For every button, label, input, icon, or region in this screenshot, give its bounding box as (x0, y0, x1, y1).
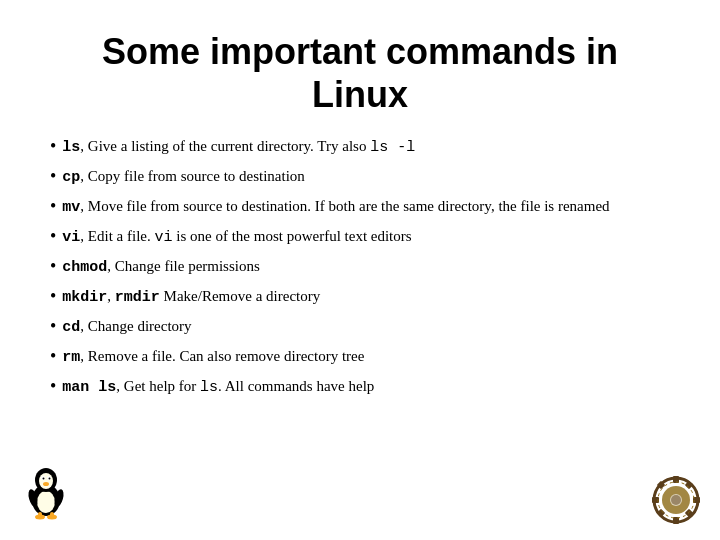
cmd-man: man ls (62, 379, 116, 396)
list-item-rm: rm, Remove a file. Can also remove direc… (50, 346, 670, 368)
cmd-rm: rm (62, 349, 80, 366)
cmd-ls: ls (62, 139, 80, 156)
cp-desc: Copy file from source to destination (88, 168, 305, 184)
list-item-cp: cp, Copy file from source to destination (50, 166, 670, 188)
man-code-extra: ls (200, 379, 218, 396)
ls-sep: , (80, 138, 88, 154)
man-desc-end: . All commands have help (218, 378, 374, 394)
svg-point-3 (39, 473, 53, 489)
list-item-vi: vi, Edit a file. vi is one of the most p… (50, 226, 670, 248)
ls-code-extra: ls -l (370, 139, 415, 156)
title-line1: Some important commands in (102, 31, 618, 72)
svg-rect-12 (50, 512, 54, 518)
gear-logo (650, 474, 702, 526)
cp-sep: , (80, 168, 88, 184)
svg-point-1 (37, 491, 55, 513)
cd-desc: Change directory (88, 318, 192, 334)
ls-desc: Give a listing of the current directory.… (88, 138, 370, 154)
cmd-chmod: chmod (62, 259, 107, 276)
chmod-desc: Change file permissions (115, 258, 260, 274)
mv-desc: Move file from source to destination. If… (88, 198, 610, 214)
bullet-list: ls, Give a listing of the current direct… (50, 136, 670, 398)
rm-sep: , (80, 348, 88, 364)
cmd-mv: mv (62, 199, 80, 216)
list-item-ls: ls, Give a listing of the current direct… (50, 136, 670, 158)
rm-desc: Remove a file. Can also remove directory… (88, 348, 365, 364)
cd-sep: , (80, 318, 88, 334)
svg-point-8 (43, 482, 49, 486)
vi-code-mid: vi (154, 229, 172, 246)
vi-desc-pre: Edit a file. (88, 228, 155, 244)
cmd-mkdir: mkdir (62, 289, 107, 306)
svg-point-26 (671, 495, 681, 505)
man-desc-pre: Get help for (124, 378, 200, 394)
cmd-rmdir: rmdir (115, 289, 160, 306)
list-item-cd: cd, Change directory (50, 316, 670, 338)
mv-sep: , (80, 198, 88, 214)
cmd-vi: vi (62, 229, 80, 246)
svg-rect-11 (38, 512, 42, 518)
slide-title: Some important commands in Linux (50, 30, 670, 116)
svg-point-6 (43, 478, 45, 480)
title-line2: Linux (312, 74, 408, 115)
cmd-cd: cd (62, 319, 80, 336)
svg-point-7 (49, 478, 51, 480)
vi-desc: is one of the most powerful text editors (173, 228, 412, 244)
linux-tux-logo (22, 464, 70, 522)
list-item-chmod: chmod, Change file permissions (50, 256, 670, 278)
chmod-sep: , (107, 258, 115, 274)
mkdir-desc: Make/Remove a directory (164, 288, 321, 304)
list-item-mkdir: mkdir, rmdir Make/Remove a directory (50, 286, 670, 308)
cmd-cp: cp (62, 169, 80, 186)
mkdir-space: , (107, 288, 115, 304)
slide: Some important commands in Linux ls, Giv… (0, 0, 720, 540)
vi-sep: , (80, 228, 88, 244)
list-item-mv: mv, Move file from source to destination… (50, 196, 670, 218)
man-sep: , (116, 378, 124, 394)
list-item-man: man ls, Get help for ls. All commands ha… (50, 376, 670, 398)
